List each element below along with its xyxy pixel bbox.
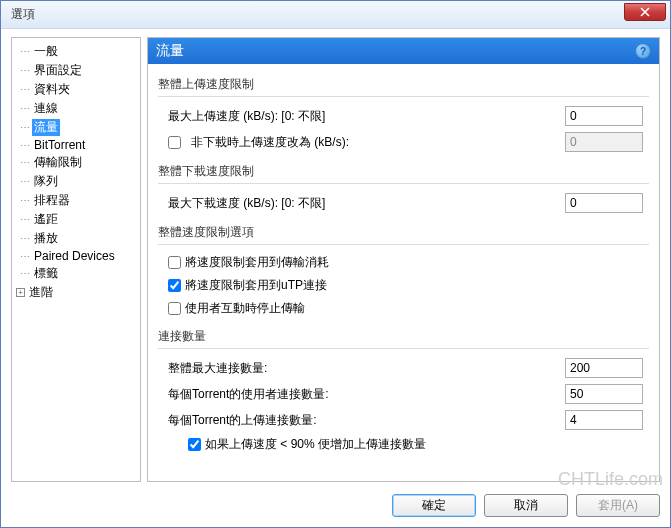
- apply-to-utp-checkbox[interactable]: [168, 279, 181, 292]
- ok-button[interactable]: 確定: [392, 494, 476, 517]
- category-tree: ⋯一般 ⋯界面設定 ⋯資料夾 ⋯連線 ⋯流量 ⋯BitTorrent ⋯傳輸限制…: [11, 37, 141, 482]
- download-group-title: 整體下載速度限制: [158, 163, 649, 180]
- apply-to-overhead-checkbox[interactable]: [168, 256, 181, 269]
- apply-button[interactable]: 套用(A): [576, 494, 660, 517]
- stop-on-interaction-label: 使用者互動時停止傳輸: [185, 300, 305, 317]
- extra-upload-slot-checkbox[interactable]: [188, 438, 201, 451]
- expand-icon: +: [16, 288, 25, 297]
- sidebar-item-bittorrent[interactable]: ⋯BitTorrent: [14, 137, 138, 153]
- sidebar-item-playback[interactable]: ⋯播放: [14, 229, 138, 248]
- max-download-label: 最大下載速度 (kB/s): [0: 不限]: [168, 195, 559, 212]
- stop-on-interaction-checkbox[interactable]: [168, 302, 181, 315]
- apply-to-utp-label: 將速度限制套用到uTP連接: [185, 277, 327, 294]
- total-conn-input[interactable]: [565, 358, 643, 378]
- sidebar-item-connection[interactable]: ⋯連線: [14, 99, 138, 118]
- panel-title: 流量: [156, 42, 184, 60]
- alt-upload-input: [565, 132, 643, 152]
- apply-to-overhead-label: 將速度限制套用到傳輸消耗: [185, 254, 329, 271]
- settings-panel: 流量 ? 整體上傳速度限制 最大上傳速度 (kB/s): [0: 不限] 非下載…: [147, 37, 660, 482]
- sidebar-item-ui[interactable]: ⋯界面設定: [14, 61, 138, 80]
- sidebar-item-queue[interactable]: ⋯隊列: [14, 172, 138, 191]
- alt-upload-checkbox[interactable]: [168, 136, 181, 149]
- sidebar-item-transfer-cap[interactable]: ⋯傳輸限制: [14, 153, 138, 172]
- max-upload-label: 最大上傳速度 (kB/s): [0: 不限]: [168, 108, 559, 125]
- help-icon[interactable]: ?: [635, 43, 651, 59]
- sidebar-item-folders[interactable]: ⋯資料夾: [14, 80, 138, 99]
- sidebar-item-labels[interactable]: ⋯標籤: [14, 264, 138, 283]
- panel-header: 流量 ?: [148, 38, 659, 64]
- cancel-button[interactable]: 取消: [484, 494, 568, 517]
- upload-slots-input[interactable]: [565, 410, 643, 430]
- sidebar-item-paired-devices[interactable]: ⋯Paired Devices: [14, 248, 138, 264]
- conn-group-title: 連接數量: [158, 328, 649, 345]
- divider: [158, 96, 649, 97]
- max-download-input[interactable]: [565, 193, 643, 213]
- divider: [158, 183, 649, 184]
- close-button[interactable]: [624, 3, 666, 21]
- button-bar: 確定 取消 套用(A): [1, 488, 670, 527]
- sidebar-item-remote[interactable]: ⋯遙距: [14, 210, 138, 229]
- sidebar-item-scheduler[interactable]: ⋯排程器: [14, 191, 138, 210]
- max-upload-input[interactable]: [565, 106, 643, 126]
- window-title: 選項: [11, 6, 35, 23]
- titlebar: 選項: [1, 1, 670, 29]
- extra-upload-slot-label: 如果上傳速度 < 90% 便增加上傳連接數量: [205, 436, 426, 453]
- sidebar-item-bandwidth[interactable]: ⋯流量: [14, 118, 138, 137]
- options-group-title: 整體速度限制選項: [158, 224, 649, 241]
- sidebar-item-general[interactable]: ⋯一般: [14, 42, 138, 61]
- per-torrent-conn-label: 每個Torrent的使用者連接數量:: [168, 386, 559, 403]
- preferences-window: 選項 ⋯一般 ⋯界面設定 ⋯資料夾 ⋯連線 ⋯流量 ⋯BitTorrent ⋯傳…: [0, 0, 671, 528]
- per-torrent-conn-input[interactable]: [565, 384, 643, 404]
- close-icon: [640, 7, 650, 17]
- divider: [158, 348, 649, 349]
- alt-upload-label: 非下載時上傳速度改為 (kB/s):: [191, 134, 559, 151]
- upload-slots-label: 每個Torrent的上傳連接數量:: [168, 412, 559, 429]
- upload-group-title: 整體上傳速度限制: [158, 76, 649, 93]
- sidebar-item-advanced[interactable]: +進階: [14, 283, 138, 302]
- divider: [158, 244, 649, 245]
- total-conn-label: 整體最大連接數量:: [168, 360, 559, 377]
